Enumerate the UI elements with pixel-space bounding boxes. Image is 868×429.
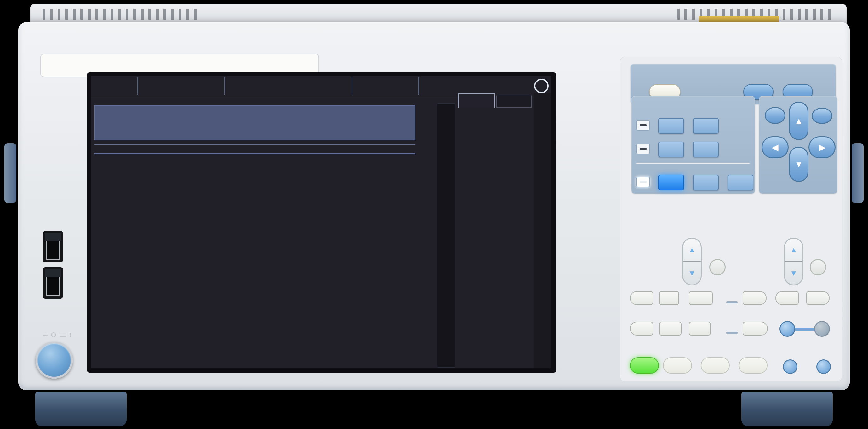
- power-button[interactable]: [36, 341, 73, 378]
- display-indicator-row2: [636, 143, 650, 154]
- numeric-key-row2[interactable]: [658, 142, 684, 157]
- data-save-exec-button[interactable]: [806, 291, 830, 305]
- up-arrow-icon: ▲: [795, 117, 803, 125]
- foot-right: [741, 392, 833, 427]
- store-end-button[interactable]: [743, 291, 767, 305]
- single-button[interactable]: [663, 357, 692, 373]
- integration-error-indicator: [726, 332, 738, 334]
- measurement-table: [94, 105, 415, 154]
- hardware-panel: ▲ ◀ ▶ ▼ ▲ ▼ ▲ ▼: [620, 57, 842, 382]
- current-range-down-icon: ▼: [790, 269, 798, 277]
- tab-options[interactable]: [496, 95, 532, 108]
- element-keys: [620, 217, 842, 234]
- screen-menu: [533, 93, 551, 368]
- voltage-range-down-icon: ▼: [688, 269, 696, 277]
- store-rec-button[interactable]: [659, 291, 679, 305]
- elements-sidebar: [456, 93, 533, 368]
- help-button[interactable]: [534, 79, 549, 93]
- usb-port-2[interactable]: [43, 267, 63, 299]
- voltage-range-up-icon: ▲: [688, 246, 696, 254]
- current-range-rocker[interactable]: ▲ ▼: [784, 238, 803, 286]
- left-arrow-button[interactable]: ◀: [762, 136, 788, 158]
- right-arrow-icon: ▶: [819, 143, 825, 152]
- down-arrow-icon: ▼: [795, 160, 803, 168]
- down-arrow-button[interactable]: ▼: [789, 147, 808, 182]
- touch-lock-button[interactable]: [783, 359, 798, 374]
- usb-port-1[interactable]: [43, 231, 63, 263]
- display-divider: [636, 163, 750, 164]
- current-auto-button[interactable]: [810, 259, 826, 275]
- table-block-1: [94, 143, 415, 145]
- esc-button[interactable]: [765, 107, 785, 124]
- display-section: [631, 96, 755, 194]
- display-indicator-row1: [636, 120, 650, 131]
- display-indicator-row3-lit: [636, 176, 650, 187]
- update-section: [224, 77, 351, 95]
- vent-grille-left: [42, 9, 200, 20]
- custom-key-row3[interactable]: [727, 175, 753, 190]
- side-handle-right: [851, 143, 864, 203]
- store-menu-button[interactable]: [630, 291, 653, 305]
- right-arrow-button[interactable]: ▶: [808, 136, 836, 158]
- device-body: ▲ ◀ ▶ ▼ ▲ ▼ ▲ ▼: [18, 22, 850, 390]
- page-list: [437, 103, 456, 368]
- key-lock-button[interactable]: [816, 359, 831, 374]
- left-arrow-icon: ◀: [772, 143, 778, 152]
- integration-start-button[interactable]: [659, 322, 682, 335]
- datetime-section: [418, 77, 529, 95]
- store-error-indicator: [726, 301, 738, 303]
- hold-button[interactable]: [630, 357, 659, 373]
- null-button[interactable]: [701, 357, 730, 373]
- remote-button[interactable]: [814, 321, 830, 337]
- data-save-menu-button[interactable]: [775, 291, 799, 305]
- table-block-2: [94, 153, 415, 154]
- current-range-up-icon: ▲: [790, 246, 798, 254]
- graph-key-row3[interactable]: [693, 175, 719, 190]
- integ-section: [352, 77, 417, 95]
- numeric-key-row3-lit[interactable]: [658, 175, 684, 190]
- graph-key-row2[interactable]: [693, 142, 719, 157]
- power-symbols-icon: [43, 332, 70, 337]
- table-header-and-ranges: [94, 105, 415, 140]
- utility-button[interactable]: [779, 321, 795, 337]
- tab-elements[interactable]: [458, 93, 495, 108]
- numeric-key-row1[interactable]: [658, 118, 684, 134]
- up-arrow-button[interactable]: ▲: [789, 102, 808, 140]
- cal-button[interactable]: [739, 357, 768, 373]
- integration-stop-button[interactable]: [689, 322, 711, 335]
- graph-key-row1[interactable]: [693, 118, 719, 134]
- sidebar-tabs: [456, 93, 533, 108]
- nav-section: ▲ ◀ ▶ ▼: [759, 96, 837, 194]
- wt5000-front-panel: ▲ ◀ ▶ ▼ ▲ ▼ ▲ ▼: [0, 0, 868, 429]
- voltage-auto-button[interactable]: [709, 259, 726, 275]
- integration-menu-button[interactable]: [630, 322, 653, 335]
- foot-left: [35, 392, 127, 427]
- side-handle-left: [4, 143, 17, 203]
- lcd-screen: [91, 76, 551, 368]
- set-button[interactable]: [812, 108, 832, 124]
- voltage-range-rocker[interactable]: ▲ ▼: [682, 238, 702, 286]
- integration-reset-button[interactable]: [743, 322, 768, 335]
- peak-over-section: [137, 77, 224, 95]
- store-pause-button[interactable]: [689, 291, 713, 305]
- element-groups: [456, 108, 533, 368]
